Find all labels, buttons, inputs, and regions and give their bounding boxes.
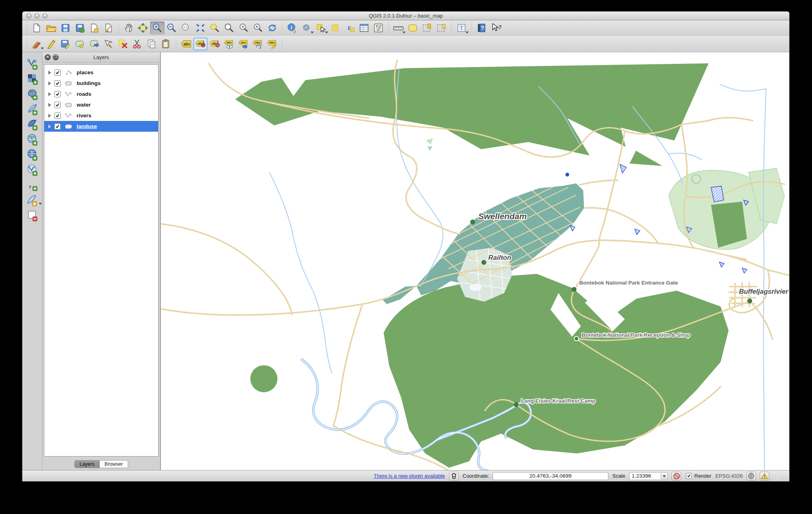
current-edits-icon[interactable] <box>30 38 44 50</box>
show-hide-labels-icon[interactable]: abc <box>222 38 236 50</box>
layer-row-buildings[interactable]: buildings <box>44 78 158 89</box>
delete-selected-icon[interactable] <box>116 38 130 50</box>
polygon-layer-icon <box>64 81 73 86</box>
label-entrance-gate: Bontebok National Park Entrance Gate <box>579 280 678 286</box>
change-label-icon[interactable]: abc <box>265 38 279 50</box>
zoom-full-icon[interactable] <box>193 22 208 34</box>
zoom-out-icon[interactable] <box>164 22 179 34</box>
select-expression-icon[interactable]: ε <box>343 22 357 34</box>
tab-browser[interactable]: Browser <box>100 460 128 468</box>
move-label-icon[interactable]: abc <box>236 38 251 50</box>
refresh-icon[interactable] <box>265 22 279 34</box>
layer-checkbox[interactable] <box>54 69 61 76</box>
expand-icon[interactable] <box>48 114 51 118</box>
layer-checkbox[interactable] <box>54 113 61 119</box>
crs-globe-icon[interactable] <box>747 472 756 480</box>
add-wms-layer-icon[interactable] <box>24 132 40 147</box>
expand-icon[interactable] <box>48 71 51 75</box>
layer-checkbox[interactable] <box>54 91 61 97</box>
layer-row-landuse[interactable]: landuse <box>44 121 158 132</box>
new-bookmark-icon[interactable] <box>420 22 434 34</box>
paste-features-icon[interactable] <box>159 38 173 50</box>
add-spatialite-layer-icon[interactable] <box>24 102 40 117</box>
scale-dropdown-icon[interactable] <box>661 473 667 479</box>
plugin-icon[interactable] <box>449 472 459 480</box>
add-vector-layer-icon[interactable] <box>24 56 40 71</box>
layer-checkbox[interactable] <box>54 123 61 130</box>
layer-name: water <box>77 102 91 108</box>
remove-layer-icon[interactable] <box>24 208 40 223</box>
label-settings-icon[interactable]: abc <box>179 38 193 50</box>
add-feature-icon[interactable] <box>73 38 87 50</box>
toolbar-handle <box>25 38 29 50</box>
identify-icon[interactable]: i <box>285 22 299 34</box>
add-raster-layer-icon[interactable] <box>24 71 40 87</box>
zoom-to-selection-icon[interactable] <box>208 22 222 34</box>
new-spatialite-layer-icon[interactable] <box>24 193 40 208</box>
pan-icon[interactable] <box>121 22 136 34</box>
zoom-last-icon[interactable] <box>236 22 251 34</box>
manage-layers-toolbar: , <box>22 52 42 471</box>
save-edits-icon[interactable] <box>58 38 73 50</box>
node-tool-icon[interactable] <box>101 38 116 50</box>
show-bookmarks-icon[interactable] <box>434 22 449 34</box>
tab-layers[interactable]: Layers <box>74 460 100 468</box>
message-log-icon[interactable]: ! <box>760 472 769 480</box>
zoom-native-icon[interactable]: 1:1 <box>179 22 193 34</box>
save-project-icon[interactable] <box>58 22 73 34</box>
pan-to-selection-icon[interactable] <box>136 22 150 34</box>
layer-row-rivers[interactable]: rivers <box>44 110 158 121</box>
layer-row-roads[interactable]: roads <box>44 89 158 99</box>
attribute-table-icon[interactable] <box>357 22 371 34</box>
layer-checkbox[interactable] <box>54 80 61 87</box>
stop-render-icon[interactable] <box>671 472 681 480</box>
highlight-pinned-icon[interactable]: ab <box>208 38 222 50</box>
pin-labels-icon[interactable]: ab <box>193 38 208 50</box>
layer-checkbox[interactable] <box>54 102 61 108</box>
expand-icon[interactable] <box>48 92 51 96</box>
text-annotation-icon[interactable]: T <box>454 22 469 34</box>
select-single-icon[interactable] <box>314 22 328 34</box>
measure-icon[interactable] <box>391 22 406 34</box>
map-tips-icon[interactable] <box>406 22 420 34</box>
layer-name: places <box>77 69 93 75</box>
new-project-icon[interactable] <box>30 22 44 34</box>
status-bar: There is a new plugin available Coordina… <box>22 470 789 481</box>
coordinate-label: Coordinate: <box>463 473 489 479</box>
deselect-all-icon[interactable] <box>328 22 343 34</box>
zoom-next-icon[interactable] <box>251 22 265 34</box>
whats-this-icon[interactable]: ? <box>489 22 503 34</box>
rotate-label-icon[interactable]: abc <box>251 38 265 50</box>
add-wcs-layer-icon[interactable] <box>24 147 40 162</box>
add-mssql-layer-icon[interactable] <box>24 117 40 132</box>
svg-text:?: ? <box>481 25 484 31</box>
add-wfs-layer-icon[interactable] <box>24 162 40 178</box>
render-checkbox[interactable] <box>686 473 692 479</box>
plugin-available-link[interactable]: There is a new plugin available <box>374 473 445 479</box>
add-postgis-layer-icon[interactable] <box>24 87 40 102</box>
line-layer-icon <box>64 113 73 119</box>
layer-row-water[interactable]: water <box>44 99 158 110</box>
expand-icon[interactable] <box>48 81 51 85</box>
resize-grip[interactable] <box>775 475 781 481</box>
copy-features-icon[interactable] <box>145 38 159 50</box>
move-feature-icon[interactable] <box>87 38 101 50</box>
scale-combo[interactable]: 1:23396 <box>629 472 668 480</box>
map-canvas[interactable]: Swellendam Railton Bontebok National Par… <box>160 52 789 471</box>
layer-row-places[interactable]: places <box>44 67 158 78</box>
cut-features-icon[interactable] <box>130 38 145 50</box>
zoom-to-layer-icon[interactable] <box>222 22 236 34</box>
new-composer-icon[interactable] <box>87 22 101 34</box>
expand-icon[interactable] <box>48 125 51 128</box>
composer-manager-icon[interactable] <box>101 22 116 34</box>
help-icon[interactable]: ? <box>474 22 489 34</box>
expand-icon[interactable] <box>48 103 51 107</box>
add-delimited-text-icon[interactable]: , <box>24 178 40 193</box>
run-action-icon[interactable] <box>299 22 314 34</box>
toggle-editing-icon[interactable] <box>44 38 58 50</box>
save-project-as-icon[interactable] <box>73 22 87 34</box>
coordinate-input[interactable]: 20.4763,-34.0699 <box>493 472 608 480</box>
zoom-in-icon[interactable] <box>150 22 164 34</box>
field-calculator-icon[interactable] <box>371 22 386 34</box>
open-project-icon[interactable] <box>44 22 58 34</box>
